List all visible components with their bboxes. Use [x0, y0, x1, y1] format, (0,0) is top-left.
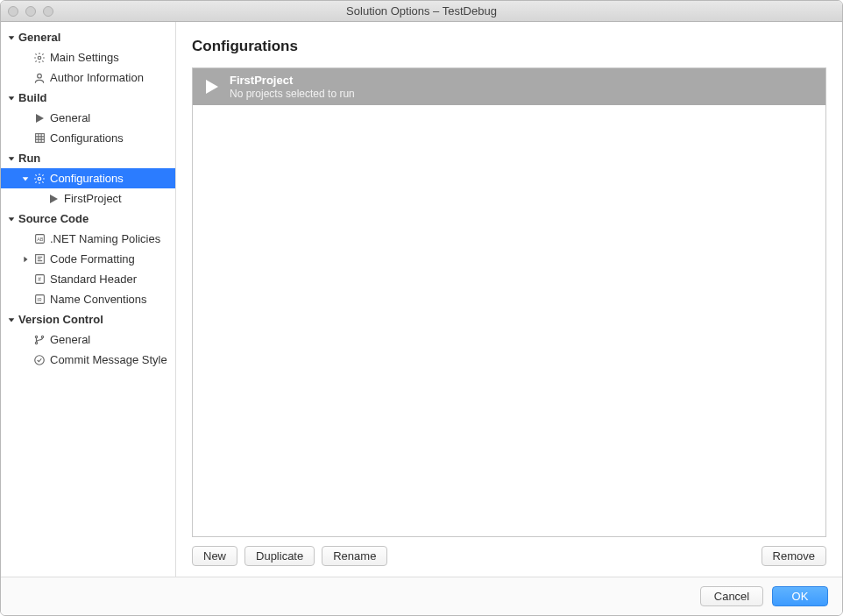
ok-button[interactable]: OK [772, 586, 828, 606]
disclosure-triangle-icon[interactable] [6, 93, 17, 103]
configuration-item[interactable]: FirstProject No projects selected to run [193, 68, 825, 105]
sidebar-item[interactable]: AB.NET Naming Policies [1, 229, 175, 249]
sidebar-item-label: Configurations [50, 172, 124, 185]
disclosure-triangle-icon[interactable] [20, 173, 31, 184]
configuration-text: FirstProject No projects selected to run [230, 74, 355, 100]
check-circle-icon [32, 353, 46, 367]
sidebar-section-label: General [18, 31, 60, 44]
svg-marker-26 [9, 318, 15, 322]
window-title: Solution Options – TestDebug [1, 4, 842, 18]
content-pane: Configurations FirstProject No projects … [176, 22, 842, 577]
sidebar-section-header[interactable]: Version Control [1, 309, 175, 329]
sidebar-item-label: Name Conventions [50, 293, 147, 306]
format-icon [32, 252, 46, 266]
sidebar-item-label: General [50, 111, 90, 124]
play-icon [202, 77, 221, 96]
branch-icon [32, 333, 46, 347]
svg-point-30 [35, 355, 45, 365]
rename-button[interactable]: Rename [322, 546, 387, 566]
zoom-window-button[interactable] [43, 6, 53, 17]
sidebar-item[interactable]: Configurations [1, 168, 175, 188]
disclosure-triangle-icon[interactable] [6, 153, 17, 164]
svg-rect-5 [35, 134, 44, 143]
configuration-subtitle: No projects selected to run [230, 88, 355, 100]
doc-ir-icon: IR [32, 293, 46, 307]
list-buttons: New Duplicate Rename Remove [192, 546, 826, 566]
doc-hash-icon: # [32, 273, 46, 287]
sidebar-item[interactable]: Code Formatting [1, 249, 175, 269]
sidebar-item-label: Main Settings [50, 51, 119, 64]
play-small-icon [32, 111, 46, 125]
svg-point-1 [38, 56, 41, 60]
traffic-lights [8, 6, 53, 17]
svg-marker-17 [24, 256, 27, 262]
sidebar-item-label: .NET Naming Policies [50, 232, 160, 245]
sidebar-item-label: General [50, 333, 90, 346]
configurations-list[interactable]: FirstProject No projects selected to run [192, 67, 826, 537]
sidebar-item[interactable]: #Standard Header [1, 269, 175, 289]
svg-text:#: # [38, 276, 41, 282]
svg-marker-14 [9, 217, 15, 221]
cancel-button[interactable]: Cancel [700, 586, 763, 606]
minimize-window-button[interactable] [25, 6, 36, 17]
sidebar-item-label: Code Formatting [50, 252, 135, 266]
sidebar-section-label: Build [18, 91, 47, 104]
close-window-button[interactable] [8, 6, 18, 17]
sidebar-item[interactable]: General [1, 108, 175, 128]
disclosure-triangle-icon[interactable] [6, 32, 17, 43]
content-title: Configurations [192, 38, 826, 55]
svg-point-28 [35, 342, 37, 343]
sidebar-item-label: Standard Header [50, 273, 137, 286]
remove-button[interactable]: Remove [762, 546, 826, 566]
sidebar-section-header[interactable]: Run [1, 148, 175, 168]
grid-icon [32, 131, 46, 145]
svg-marker-11 [23, 177, 29, 181]
disclosure-triangle-icon[interactable] [20, 254, 31, 265]
svg-marker-0 [9, 36, 15, 39]
gear-icon [32, 172, 46, 186]
sidebar-section-label: Version Control [18, 313, 103, 326]
sidebar-item[interactable]: Author Information [1, 67, 175, 88]
new-button[interactable]: New [192, 546, 237, 566]
svg-point-29 [41, 336, 43, 337]
main-area: GeneralMain SettingsAuthor InformationBu… [1, 22, 842, 577]
sidebar-section-header[interactable]: General [1, 27, 175, 47]
sidebar-item[interactable]: General [1, 329, 175, 350]
svg-point-12 [38, 177, 41, 181]
sidebar-item-label: Configurations [50, 131, 124, 145]
configuration-title: FirstProject [230, 74, 355, 88]
sidebar-section-label: Run [18, 152, 40, 165]
disclosure-triangle-icon[interactable] [6, 214, 17, 224]
svg-marker-4 [36, 114, 44, 123]
sidebar-item[interactable]: IRName Conventions [1, 289, 175, 309]
sidebar-section-header[interactable]: Source Code [1, 209, 175, 229]
gear-icon [32, 51, 46, 65]
dialog-footer: Cancel OK [1, 577, 842, 615]
svg-marker-13 [50, 195, 58, 203]
svg-text:IR: IR [37, 297, 42, 302]
svg-marker-3 [9, 96, 15, 100]
sidebar-item-label: Author Information [50, 71, 144, 84]
sidebar-item[interactable]: Configurations [1, 128, 175, 148]
sidebar[interactable]: GeneralMain SettingsAuthor InformationBu… [1, 22, 176, 577]
sidebar-section-label: Source Code [18, 212, 89, 225]
svg-marker-31 [206, 80, 218, 94]
svg-marker-10 [9, 157, 15, 160]
sidebar-item[interactable]: Main Settings [1, 47, 175, 67]
svg-text:AB: AB [37, 237, 44, 242]
sidebar-section-header[interactable]: Build [1, 88, 175, 108]
duplicate-button[interactable]: Duplicate [244, 546, 315, 566]
doc-ab-icon: AB [32, 232, 46, 246]
sidebar-item-label: FirstProject [64, 192, 122, 205]
sidebar-item-label: Commit Message Style [50, 353, 167, 366]
titlebar: Solution Options – TestDebug [1, 1, 842, 22]
svg-point-2 [38, 74, 42, 78]
disclosure-triangle-icon[interactable] [6, 315, 17, 325]
author-icon [32, 71, 46, 85]
sidebar-item[interactable]: Commit Message Style [1, 350, 175, 370]
sidebar-subitem[interactable]: FirstProject [1, 188, 175, 209]
play-small-icon [46, 192, 60, 206]
svg-point-27 [35, 336, 37, 337]
